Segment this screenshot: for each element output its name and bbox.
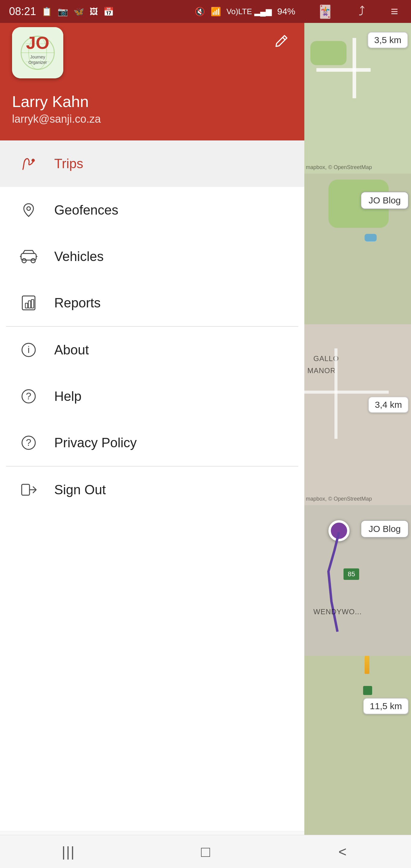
user-email: larryk@sanji.co.za [12, 113, 101, 125]
reports-label: Reports [54, 296, 101, 310]
signal-icon: Vo)LTE ▂▄▆ [227, 7, 272, 16]
svg-rect-20 [31, 300, 34, 308]
svg-text:JO: JO [26, 33, 49, 53]
svg-point-13 [22, 258, 26, 263]
nav-item-trips[interactable]: Trips [0, 141, 304, 187]
privacy-label: Privacy Policy [54, 435, 137, 450]
edit-profile-button[interactable] [271, 30, 292, 53]
notification-icon: 📋 [41, 7, 52, 17]
nav-item-geofences[interactable]: Geofences [0, 187, 304, 233]
user-name: Larry Kahn [12, 92, 101, 111]
reports-icon [18, 292, 39, 313]
gallery-icon: 🖼 [90, 7, 98, 17]
status-right: 🔇 📶 Vo)LTE ▂▄▆ 94% [195, 6, 295, 17]
battery-display: 94% [277, 6, 295, 17]
svg-rect-27 [22, 484, 30, 495]
geofences-icon [18, 199, 39, 221]
arrow-marker [365, 656, 370, 674]
help-label: Help [54, 389, 82, 404]
filter-icon[interactable]: ≡ [391, 4, 398, 19]
map-segment-4: 85 JO Blog WENDYWO... [304, 505, 411, 656]
vehicles-label: Vehicles [54, 249, 104, 264]
svg-point-11 [27, 207, 30, 210]
nav-item-help[interactable]: ? Help [0, 373, 304, 420]
app-logo: JO Journey Organizer [12, 27, 63, 79]
home-button[interactable]: □ [190, 837, 221, 867]
menu-icon: ||| [62, 844, 75, 860]
trips-label: Trips [54, 156, 83, 171]
svg-rect-18 [25, 303, 28, 308]
wifi-icon: 📶 [211, 7, 221, 17]
nav-item-vehicles[interactable]: Vehicles [0, 233, 304, 280]
bottom-navigation-bar: ||| □ < [0, 835, 411, 868]
nav-item-reports[interactable]: Reports [0, 280, 304, 326]
map-copyright-1: mapbox, © OpenStreetMap [306, 164, 372, 170]
map-panel: 🃏 ⤴ ≡ 3,5 km mapbox, © OpenStreetMap JO … [304, 0, 411, 868]
status-bar: 08:21 📋 📷 🦋 🖼 📅 🔇 📶 Vo)LTE ▂▄▆ 94% [0, 0, 304, 23]
trips-icon [18, 153, 39, 174]
cards-icon[interactable]: 🃏 [317, 4, 333, 19]
map-segment-2: JO Blog [304, 174, 411, 324]
about-icon: i [18, 339, 39, 361]
nav-item-signout[interactable]: Sign Out [0, 467, 304, 513]
svg-rect-19 [28, 301, 31, 308]
signout-label: Sign Out [54, 482, 106, 497]
km-badge-3: 11,5 km [363, 698, 409, 714]
map-segment-1: 3,5 km mapbox, © OpenStreetMap [304, 23, 411, 174]
back-button[interactable]: < [327, 837, 358, 867]
map-copyright-2: mapbox, © OpenStreetMap [306, 496, 372, 502]
map-segment-3: GALLO MANOR 3,4 km mapbox, © OpenStreetM… [304, 324, 411, 505]
road-sign: 85 [344, 568, 359, 580]
privacy-icon: ? [18, 432, 39, 453]
map-toolbar: 🃏 ⤴ ≡ [304, 0, 411, 23]
svg-line-9 [283, 37, 285, 40]
recent-apps-button[interactable]: ||| [53, 837, 84, 867]
butterfly-icon: 🦋 [73, 7, 84, 17]
jo-blog-badge-2[interactable]: JO Blog [361, 520, 409, 538]
signout-icon [18, 479, 39, 500]
drawer-nav: Trips Geofences [0, 141, 304, 831]
km-badge-1: 3,5 km [368, 32, 408, 48]
svg-text:i: i [27, 344, 30, 355]
time-display: 08:21 [9, 5, 36, 18]
area-label-wendy: WENDYWO... [313, 608, 362, 616]
svg-text:Organizer: Organizer [28, 60, 47, 65]
navigation-drawer: 08:21 📋 📷 🦋 🖼 📅 🔇 📶 Vo)LTE ▂▄▆ 94% [0, 0, 304, 868]
svg-text:Journey: Journey [30, 55, 45, 59]
calendar-icon: 📅 [103, 7, 114, 17]
area-label-manor: MANOR [307, 367, 336, 375]
vehicles-icon [18, 246, 39, 267]
svg-point-10 [32, 159, 35, 162]
nav-item-privacy[interactable]: ? Privacy Policy [0, 420, 304, 466]
nav-item-about[interactable]: i About [0, 327, 304, 373]
logo-svg: JO Journey Organizer [12, 27, 63, 79]
home-icon: □ [201, 843, 210, 861]
help-icon: ? [18, 386, 39, 407]
destination-marker [363, 686, 372, 695]
about-label: About [54, 342, 89, 358]
user-info: Larry Kahn larryk@sanji.co.za [12, 92, 101, 125]
svg-text:?: ? [26, 437, 31, 448]
instagram-icon: 📷 [58, 7, 68, 17]
km-badge-2: 3,4 km [368, 397, 409, 413]
svg-point-14 [31, 258, 35, 263]
mute-icon: 🔇 [195, 7, 205, 17]
header-left: JO Journey Organizer Larry Kahn larryk@s… [12, 27, 101, 125]
merge-icon[interactable]: ⤴ [358, 4, 365, 19]
svg-text:?: ? [26, 391, 31, 401]
back-icon: < [338, 844, 347, 860]
geofences-label: Geofences [54, 203, 119, 218]
jo-blog-badge-1[interactable]: JO Blog [361, 192, 409, 209]
status-left: 08:21 📋 📷 🦋 🖼 📅 [9, 5, 114, 18]
